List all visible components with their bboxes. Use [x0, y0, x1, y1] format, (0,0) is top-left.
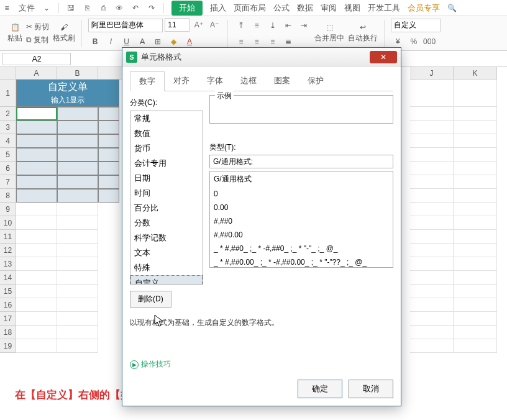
cell[interactable] — [454, 271, 497, 285]
preview-icon[interactable]: 👁 — [115, 4, 124, 12]
percent-button[interactable]: % — [407, 35, 421, 48]
col-header[interactable]: B — [57, 67, 98, 80]
indent-inc-icon[interactable]: ⇥ — [297, 19, 311, 32]
merge-center-button[interactable]: ⬚ 合并居中 — [314, 23, 344, 43]
category-item[interactable]: 会计专用 — [130, 156, 203, 171]
table-cell[interactable] — [57, 175, 98, 189]
dialog-titlebar[interactable]: S 单元格格式 ✕ — [122, 48, 401, 66]
row-header[interactable]: 8 — [0, 189, 16, 203]
row-header[interactable]: 18 — [0, 326, 16, 339]
category-item[interactable]: 日期 — [130, 171, 203, 186]
cell[interactable] — [16, 298, 57, 312]
cell[interactable] — [410, 162, 454, 175]
category-item[interactable]: 百分比 — [130, 201, 203, 216]
type-item[interactable]: _ * #,##0.00_ ;_ * -#,##0.00_ ;_ * "-"??… — [210, 255, 393, 268]
search-icon[interactable]: 🔍 — [447, 4, 456, 12]
cell[interactable] — [57, 298, 98, 312]
redo-icon[interactable]: ↷ — [147, 4, 156, 12]
cell[interactable] — [57, 326, 98, 339]
cell[interactable] — [410, 189, 454, 203]
cell[interactable] — [410, 339, 454, 353]
cell[interactable] — [454, 134, 497, 148]
increase-font-icon[interactable]: A⁺ — [192, 18, 206, 32]
type-item[interactable]: #,##0.00 — [210, 228, 393, 242]
cancel-button[interactable]: 取消 — [349, 380, 393, 398]
col-header[interactable]: J — [410, 67, 454, 80]
cell[interactable] — [454, 162, 497, 175]
cell[interactable] — [454, 312, 497, 326]
table-cell[interactable] — [57, 189, 98, 203]
align-center-icon[interactable]: ≡ — [250, 35, 263, 48]
cell[interactable] — [16, 244, 57, 257]
cell[interactable] — [57, 257, 98, 271]
dialog-tab[interactable]: 图案 — [265, 71, 299, 91]
type-item[interactable]: _ * #,##0_ ;_ * -#,##0_ ;_ * "-"_ ;_ @_ — [210, 242, 393, 255]
cell[interactable] — [454, 203, 497, 216]
cell[interactable] — [410, 244, 454, 257]
cell[interactable] — [410, 271, 454, 285]
cell[interactable] — [410, 175, 454, 189]
category-item[interactable]: 特殊 — [130, 260, 203, 275]
number-format-select[interactable] — [391, 19, 441, 32]
tab-view[interactable]: 视图 — [344, 2, 360, 14]
currency-button[interactable]: ¥ — [391, 35, 404, 48]
type-item[interactable]: 0 — [210, 187, 393, 201]
cell[interactable] — [454, 285, 497, 298]
new-icon[interactable]: ⎘ — [83, 4, 91, 12]
table-cell[interactable] — [57, 121, 98, 134]
table-cell[interactable] — [98, 107, 119, 121]
table-cell[interactable] — [57, 162, 98, 175]
table-cell[interactable] — [98, 175, 119, 189]
cell[interactable] — [454, 339, 497, 353]
tab-insert[interactable]: 插入 — [210, 2, 226, 14]
cell[interactable] — [57, 244, 98, 257]
type-list[interactable]: G/通用格式00.00#,##0#,##0.00_ * #,##0_ ;_ * … — [209, 171, 393, 268]
cell[interactable] — [410, 326, 454, 339]
tab-vip[interactable]: 会员专享 — [408, 2, 440, 14]
cell[interactable] — [410, 107, 454, 121]
table-cell[interactable] — [16, 189, 57, 203]
dialog-tab[interactable]: 保护 — [299, 71, 332, 91]
category-item[interactable]: 分数 — [130, 216, 203, 231]
italic-button[interactable]: I — [104, 35, 117, 48]
dialog-tab[interactable]: 对齐 — [165, 71, 198, 91]
row-header[interactable]: 5 — [0, 148, 16, 162]
align-top-icon[interactable]: ⤒ — [234, 19, 248, 32]
active-cell[interactable] — [16, 107, 57, 121]
border-button[interactable]: ⊞ — [151, 35, 165, 48]
table-cell[interactable] — [98, 148, 119, 162]
cell[interactable] — [57, 230, 98, 244]
fill-color-button[interactable]: ◆ — [167, 35, 181, 48]
dialog-tab[interactable]: 字体 — [198, 71, 232, 91]
table-cell[interactable] — [16, 148, 57, 162]
row-header[interactable]: 11 — [0, 230, 16, 244]
tab-dev[interactable]: 开发工具 — [368, 2, 400, 14]
cell[interactable] — [454, 298, 497, 312]
copy-button[interactable]: ⧉复制 — [26, 35, 49, 45]
align-left-icon[interactable]: ≡ — [234, 35, 248, 48]
table-cell[interactable] — [16, 121, 57, 134]
format-painter-button[interactable]: 🖌 格式刷 — [53, 23, 75, 43]
category-item[interactable]: 货币 — [130, 141, 203, 156]
paste-button[interactable]: 📋 粘贴 — [7, 23, 22, 43]
cell[interactable] — [410, 203, 454, 216]
table-cell[interactable] — [57, 148, 98, 162]
row-header[interactable]: 9 — [0, 203, 16, 216]
cell[interactable] — [57, 203, 98, 216]
row-header[interactable]: 16 — [0, 298, 16, 312]
tab-layout[interactable]: 页面布局 — [234, 2, 266, 14]
cell[interactable] — [16, 257, 57, 271]
cell[interactable] — [57, 339, 98, 353]
ok-button[interactable]: 确定 — [298, 380, 342, 398]
cell[interactable] — [454, 80, 497, 107]
row-header[interactable]: 14 — [0, 271, 16, 285]
name-box[interactable] — [2, 53, 71, 65]
category-item[interactable]: 自定义 — [130, 275, 203, 285]
cell[interactable] — [410, 285, 454, 298]
row-header[interactable]: 7 — [0, 175, 16, 189]
cell[interactable] — [410, 312, 454, 326]
delete-button[interactable]: 删除(D) — [130, 291, 171, 308]
cell[interactable] — [410, 134, 454, 148]
align-right-icon[interactable]: ≡ — [266, 35, 280, 48]
type-item[interactable]: G/通用格式 — [210, 171, 393, 187]
